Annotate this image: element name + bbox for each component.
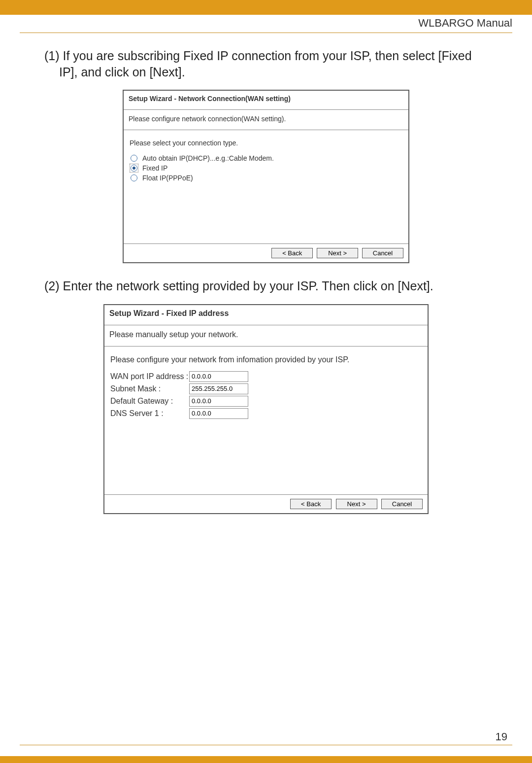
manual-title: WLBARGO Manual bbox=[418, 17, 512, 33]
radio-icon bbox=[131, 155, 137, 162]
wan-ip-label: WAN port IP address : bbox=[110, 372, 189, 381]
form-row-gateway: Default Gateway : bbox=[110, 396, 422, 407]
page-number: 19 bbox=[496, 730, 507, 743]
wan-ip-input[interactable] bbox=[189, 371, 248, 382]
form-row-subnet: Subnet Mask : bbox=[110, 383, 422, 394]
header-line: WLBARGO Manual bbox=[20, 18, 512, 33]
wizard1-title: Setup Wizard - Network Connection(WAN se… bbox=[124, 91, 408, 110]
cancel-button[interactable]: Cancel bbox=[362, 248, 403, 258]
radio-row-dhcp[interactable]: Auto obtain IP(DHCP)...e.g.:Cable Modem. bbox=[130, 154, 402, 163]
footer-line bbox=[20, 745, 512, 745]
form-row-dns1: DNS Server 1 : bbox=[110, 408, 422, 419]
radio-row-fixed-ip[interactable]: Fixed IP bbox=[130, 164, 402, 173]
wizard2-prompt: Please configure your network from infom… bbox=[110, 355, 422, 364]
radio-label-dhcp: Auto obtain IP(DHCP)...e.g.:Cable Modem. bbox=[142, 154, 274, 162]
back-button[interactable]: < Back bbox=[290, 499, 332, 509]
next-button[interactable]: Next > bbox=[317, 248, 358, 258]
wizard-network-connection: Setup Wizard - Network Connection(WAN se… bbox=[123, 90, 409, 263]
wizard2-title: Setup Wizard - Fixed IP address bbox=[104, 305, 428, 325]
instruction-step-2: (2) Enter the network setting provided b… bbox=[44, 278, 488, 294]
wizard1-prompt: Please select your connection type. bbox=[130, 139, 402, 147]
wizard1-subtitle: Please configure network connection(WAN … bbox=[124, 110, 408, 130]
radio-row-pppoe[interactable]: Float IP(PPPoE) bbox=[130, 173, 402, 182]
radio-icon-selected bbox=[131, 165, 137, 172]
wizard2-body: Please configure your network from infom… bbox=[104, 347, 428, 494]
dns1-input[interactable] bbox=[189, 408, 248, 419]
gateway-input[interactable] bbox=[189, 396, 248, 407]
back-button[interactable]: < Back bbox=[271, 248, 313, 258]
gateway-label: Default Gateway : bbox=[110, 397, 189, 406]
subnet-label: Subnet Mask : bbox=[110, 384, 189, 393]
cancel-button[interactable]: Cancel bbox=[381, 499, 423, 509]
wizard1-body: Please select your connection type. Auto… bbox=[124, 130, 408, 243]
dns1-label: DNS Server 1 : bbox=[110, 409, 189, 418]
radio-label-fixed-ip: Fixed IP bbox=[142, 164, 167, 172]
wizard2-footer: < Back Next > Cancel bbox=[104, 494, 428, 513]
radio-label-pppoe: Float IP(PPPoE) bbox=[142, 174, 193, 182]
radio-icon bbox=[131, 174, 137, 181]
instruction-step-1: (1) If you are subscribing Fixed IP conn… bbox=[44, 48, 488, 80]
form-row-wan-ip: WAN port IP address : bbox=[110, 371, 422, 382]
wizard1-footer: < Back Next > Cancel bbox=[124, 243, 408, 262]
wizard2-subtitle: Please manually setup your network. bbox=[104, 325, 428, 347]
wizard-fixed-ip: Setup Wizard - Fixed IP address Please m… bbox=[103, 304, 429, 514]
manual-page: WLBARGO Manual (1) If you are subscribin… bbox=[0, 0, 532, 763]
subnet-input[interactable] bbox=[189, 383, 248, 394]
next-button[interactable]: Next > bbox=[336, 499, 377, 509]
